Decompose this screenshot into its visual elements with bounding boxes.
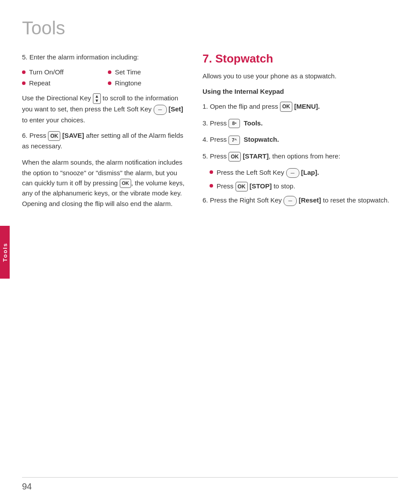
list-item: Set Time xyxy=(108,68,185,76)
alarm-sounds-paragraph: When the alarm sounds, the alarm notific… xyxy=(22,157,185,209)
page: Tools Tools 5. Enter the alarm informati… xyxy=(0,0,420,504)
alarm-options-list: Turn On/Off Set Time Repeat Ringtone xyxy=(22,68,185,87)
step-5-text: Enter the alarm information including: xyxy=(29,53,139,61)
right-column: 7. Stopwatch Allows you to use your phon… xyxy=(203,52,398,214)
intro-text: Allows you to use your phone as a stopwa… xyxy=(203,71,398,81)
sub-bullet-stop-text: Press OK [STOP] to stop. xyxy=(217,181,295,191)
sub-bullet-lap-text: Press the Left Soft Key ─ [Lap]. xyxy=(217,168,319,178)
bullet-icon xyxy=(108,70,111,74)
bullet-icon xyxy=(22,81,26,85)
left-column: 5. Enter the alarm information including… xyxy=(22,52,185,214)
directional-key-paragraph: Use the Directional Key ▲▼ to scroll to … xyxy=(22,93,185,125)
ok-key-icon-1: OK xyxy=(280,102,292,112)
bullet-label: Set Time xyxy=(115,68,141,76)
list-item: Repeat xyxy=(22,79,99,87)
step-number: 3. xyxy=(203,119,208,127)
bullet-label: Repeat xyxy=(29,79,50,87)
right-step-4: 4. Press 7^ Stopwatch. xyxy=(203,134,398,145)
bullet-label: Turn On/Off xyxy=(29,68,63,76)
left-soft-key-lap-icon: ─ xyxy=(286,168,299,178)
bullet-label: Ringtone xyxy=(115,79,141,87)
step-number: 5. xyxy=(203,152,208,160)
step-number: 4. xyxy=(203,136,208,143)
step-6-number: 6. xyxy=(22,132,28,139)
step-number: 6. xyxy=(203,196,208,204)
right-step-5: 5. Press OK [START], then options from h… xyxy=(203,151,398,162)
stopwatch-key-icon: 7^ xyxy=(228,136,240,145)
ok-key-small-icon: OK xyxy=(120,179,132,188)
step-number: 1. xyxy=(203,103,208,110)
list-item: Turn On/Off xyxy=(22,68,99,76)
step-5: 5. Enter the alarm information including… xyxy=(22,52,185,62)
main-content: Tools 5. Enter the alarm information inc… xyxy=(22,18,398,504)
right-step-1: 1. Open the flip and press OK [MENU]. xyxy=(203,101,398,112)
page-number: 94 xyxy=(22,482,32,492)
sidebar-label: Tools xyxy=(2,243,8,262)
step-6: 6. Press OK [SAVE] after setting all of … xyxy=(22,130,185,151)
sub-bullet-stop: Press OK [STOP] to stop. xyxy=(210,181,398,191)
sub-bullet-lap: Press the Left Soft Key ─ [Lap]. xyxy=(210,168,398,178)
ok-key-stop-icon: OK xyxy=(236,182,248,191)
bullet-icon xyxy=(22,70,26,74)
left-soft-key-icon: ─ xyxy=(154,105,167,115)
section-heading: 7. Stopwatch xyxy=(203,52,398,66)
right-step-6: 6. Press the Right Soft Key ─ [Reset] to… xyxy=(203,195,398,206)
bullet-icon xyxy=(108,81,111,85)
list-item: Ringtone xyxy=(108,79,185,87)
bottom-divider xyxy=(22,477,398,478)
directional-key-icon: ▲▼ xyxy=(93,93,101,104)
subheading: Using the Internal Keypad xyxy=(203,86,398,96)
bullet-icon xyxy=(210,170,213,174)
step-5-number: 5. xyxy=(22,53,28,61)
right-step-3: 3. Press 8* Tools. xyxy=(203,118,398,129)
tools-key-icon: 8* xyxy=(228,119,240,128)
bullet-icon xyxy=(210,184,213,188)
page-title: Tools xyxy=(22,18,398,39)
start-options-list: Press the Left Soft Key ─ [Lap]. Press O… xyxy=(210,168,398,191)
two-columns: 5. Enter the alarm information including… xyxy=(22,52,398,214)
ok-key-icon: OK xyxy=(48,131,60,141)
ok-key-icon-5: OK xyxy=(228,152,241,162)
sidebar-tab: Tools xyxy=(0,226,10,279)
right-soft-key-reset-icon: ─ xyxy=(284,196,297,206)
